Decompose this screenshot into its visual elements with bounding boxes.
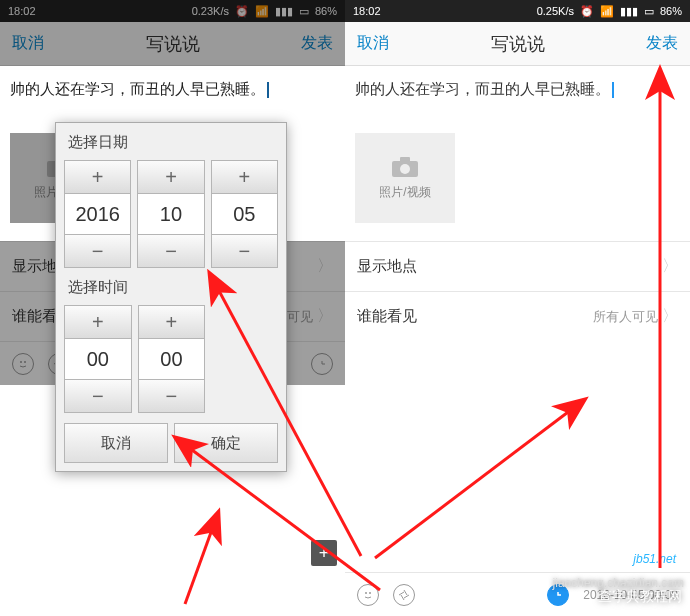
camera-icon	[391, 156, 419, 178]
minute-plus-button[interactable]: +	[138, 305, 206, 339]
hour-plus-button[interactable]: +	[64, 305, 132, 339]
navbar: 取消 写说说 发表	[0, 22, 345, 66]
location-row[interactable]: 显示地点 〉	[345, 241, 690, 291]
status-speed: 0.25K/s	[537, 5, 574, 17]
face-icon[interactable]	[12, 353, 34, 375]
chevron-right-icon: 〉	[662, 256, 678, 277]
year-spinner: + 2016 −	[64, 160, 131, 268]
battery-icon: ▭	[644, 5, 654, 18]
alarm-icon: ⏰	[235, 5, 249, 18]
signal-icon: ▮▮▮	[275, 5, 293, 18]
minute-value[interactable]: 00	[138, 339, 206, 379]
watermark-jb51: jb51.net	[633, 552, 676, 566]
publish-button[interactable]: 发表	[301, 33, 333, 54]
day-value[interactable]: 05	[211, 194, 278, 234]
media-picker[interactable]: 照片/视频	[355, 133, 455, 223]
post-text-input[interactable]: 帅的人还在学习，而丑的人早已熟睡。	[0, 66, 345, 113]
status-time: 18:02	[353, 5, 381, 17]
alarm-icon: ⏰	[580, 5, 594, 18]
visibility-label: 谁能看见	[357, 307, 417, 326]
year-plus-button[interactable]: +	[64, 160, 131, 194]
month-spinner: + 10 −	[137, 160, 204, 268]
svg-point-7	[400, 164, 410, 174]
phone-left-screen: 18:02 0.23K/s ⏰ 📶 ▮▮▮ ▭ 86% 取消 写说说 发表 帅的…	[0, 0, 345, 616]
year-minus-button[interactable]: −	[64, 234, 131, 268]
minute-spinner: + 00 −	[138, 305, 206, 413]
cancel-button[interactable]: 取消	[12, 33, 44, 54]
post-text-input[interactable]: 帅的人还在学习，而丑的人早已熟睡。	[345, 66, 690, 113]
navbar: 取消 写说说 发表	[345, 22, 690, 66]
battery-icon: ▭	[299, 5, 309, 18]
svg-rect-6	[400, 157, 410, 163]
media-label: 照片/视频	[379, 184, 430, 201]
statusbar: 18:02 0.25K/s ⏰ 📶 ▮▮▮ ▭ 86%	[345, 0, 690, 22]
day-minus-button[interactable]: −	[211, 234, 278, 268]
visibility-row[interactable]: 谁能看见 所有人可见 〉	[345, 291, 690, 341]
wifi-icon: 📶	[255, 5, 269, 18]
month-minus-button[interactable]: −	[137, 234, 204, 268]
hour-spinner: + 00 −	[64, 305, 132, 413]
phone-right-screen: 18:02 0.25K/s ⏰ 📶 ▮▮▮ ▭ 86% 取消 写说说 发表 帅的…	[345, 0, 690, 616]
svg-point-9	[369, 592, 371, 594]
face-icon[interactable]	[357, 584, 379, 606]
wifi-icon: 📶	[600, 5, 614, 18]
datetime-picker-modal: 选择日期 + 2016 − + 10 − + 05 − 选择时间 + 00	[55, 122, 287, 472]
svg-point-8	[365, 592, 367, 594]
month-value[interactable]: 10	[137, 194, 204, 234]
hour-value[interactable]: 00	[64, 339, 132, 379]
svg-point-3	[20, 361, 22, 363]
chevron-right-icon: 〉	[662, 306, 678, 327]
minute-minus-button[interactable]: −	[138, 379, 206, 413]
chevron-right-icon: 〉	[317, 256, 333, 277]
clock-icon[interactable]	[311, 353, 333, 375]
publish-button[interactable]: 发表	[646, 33, 678, 54]
aperture-icon[interactable]	[393, 584, 415, 606]
modal-cancel-button[interactable]: 取消	[64, 423, 168, 463]
signal-icon: ▮▮▮	[620, 5, 638, 18]
status-battery: 86%	[315, 5, 337, 17]
day-spinner: + 05 −	[211, 160, 278, 268]
visibility-value: 所有人可见	[593, 308, 658, 326]
page-title: 写说说	[146, 32, 200, 56]
watermark-main: 查字典教程网	[598, 588, 682, 606]
cancel-button[interactable]: 取消	[357, 33, 389, 54]
date-section-title: 选择日期	[68, 133, 278, 152]
status-battery: 86%	[660, 5, 682, 17]
hour-minus-button[interactable]: −	[64, 379, 132, 413]
time-section-title: 选择时间	[68, 278, 278, 297]
statusbar: 18:02 0.23K/s ⏰ 📶 ▮▮▮ ▭ 86%	[0, 0, 345, 22]
day-plus-button[interactable]: +	[211, 160, 278, 194]
status-time: 18:02	[8, 5, 36, 17]
page-title: 写说说	[491, 32, 545, 56]
chevron-right-icon: 〉	[317, 306, 333, 327]
month-plus-button[interactable]: +	[137, 160, 204, 194]
modal-ok-button[interactable]: 确定	[174, 423, 278, 463]
svg-point-4	[24, 361, 26, 363]
status-speed: 0.23K/s	[192, 5, 229, 17]
fab-add-button[interactable]: +	[311, 540, 337, 566]
location-label: 显示地点	[357, 257, 417, 276]
year-value[interactable]: 2016	[64, 194, 131, 234]
